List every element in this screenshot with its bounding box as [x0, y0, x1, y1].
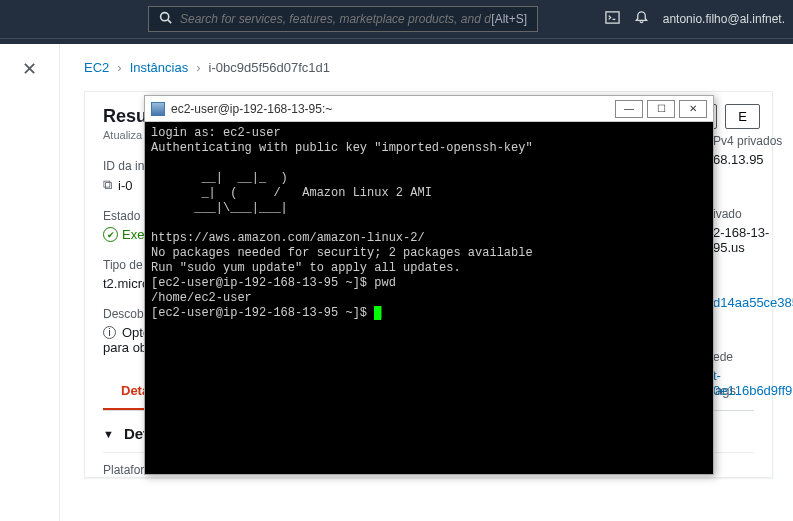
copy-icon[interactable]: ⧉: [103, 177, 112, 193]
info-icon: i: [103, 326, 116, 339]
private-dns-value: 2-168-13-95.us: [713, 225, 793, 255]
private-ip-label: Pv4 privados: [713, 134, 793, 148]
network-label: ede: [713, 350, 793, 364]
search-box[interactable]: [Alt+S]: [148, 6, 538, 32]
minimize-button[interactable]: —: [615, 100, 643, 118]
terminal-body[interactable]: login as: ec2-user Authenticating with p…: [145, 122, 713, 474]
chevron-right-icon: ›: [117, 60, 121, 75]
user-menu[interactable]: antonio.filho@al.infnet.: [663, 12, 785, 26]
ami-link[interactable]: d14aa55ce385c: [713, 295, 793, 310]
subnet-link[interactable]: t-0e116b6d9ff9: [713, 368, 793, 398]
terminal-titlebar[interactable]: ec2-user@ip-192-168-13-95:~ — ☐ ✕: [145, 96, 713, 122]
right-fields: Pv4 privados 68.13.95 ivado 2-168-13-95.…: [713, 134, 793, 438]
putty-icon: [151, 102, 165, 116]
top-navbar: [Alt+S] antonio.filho@al.infnet.: [0, 0, 793, 38]
search-icon: [159, 11, 172, 27]
crumb-ec2[interactable]: EC2: [84, 60, 109, 75]
search-input[interactable]: [180, 12, 491, 26]
terminal-window[interactable]: ec2-user@ip-192-168-13-95:~ — ☐ ✕ login …: [144, 95, 714, 475]
crumb-instances[interactable]: Instâncias: [130, 60, 189, 75]
close-icon[interactable]: ✕: [22, 58, 37, 521]
search-shortcut: [Alt+S]: [491, 12, 527, 26]
terminal-title: ec2-user@ip-192-168-13-95:~: [171, 102, 332, 116]
instance-id-value: i-0: [118, 178, 132, 193]
private-ip-value: 68.13.95: [713, 152, 793, 167]
bell-icon[interactable]: [634, 10, 649, 28]
maximize-button[interactable]: ☐: [647, 100, 675, 118]
svg-line-1: [168, 20, 171, 23]
left-drawer: ✕ ade: [0, 44, 60, 521]
crumb-current: i-0bc9d5f56d07fc1d1: [209, 60, 330, 75]
svg-point-0: [161, 13, 169, 21]
close-button[interactable]: ✕: [679, 100, 707, 118]
chevron-down-icon: ▼: [103, 428, 114, 440]
terminal-output: login as: ec2-user Authenticating with p…: [151, 126, 533, 320]
state-button[interactable]: E: [725, 104, 760, 129]
terminal-cursor: █: [374, 306, 381, 320]
svg-rect-2: [606, 12, 619, 23]
breadcrumb: EC2 › Instâncias › i-0bc9d5f56d07fc1d1: [84, 60, 773, 75]
cloudshell-icon[interactable]: [605, 10, 620, 28]
private-dns-label: ivado: [713, 207, 793, 221]
chevron-right-icon: ›: [196, 60, 200, 75]
